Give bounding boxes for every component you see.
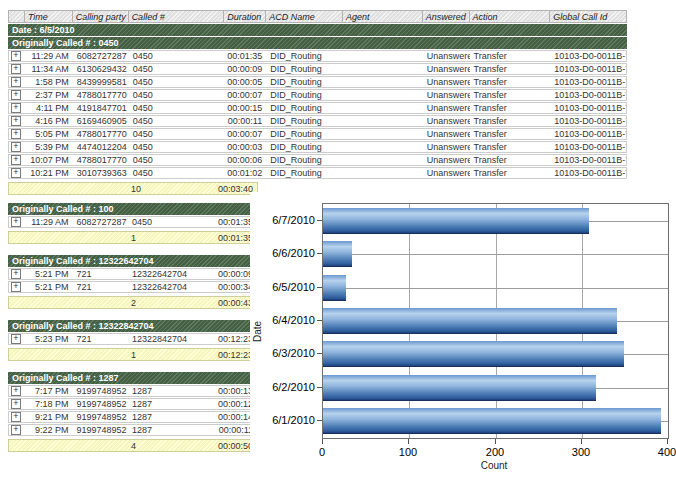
cell-duration: 00:00:07: [224, 129, 266, 139]
expand-row-button[interactable]: +: [11, 129, 21, 139]
cell-answered: Unanswered: [423, 103, 470, 113]
group-row: +5:21 PM7211232264270400:00:34: [8, 281, 258, 293]
expand-cell: +: [9, 425, 25, 435]
cell-agent: [343, 51, 423, 61]
cell-acd: DID_Routing: [266, 129, 343, 139]
cell-action: Transfer: [470, 77, 551, 87]
cell-answered: Unanswered: [423, 155, 470, 165]
cell-answered: Unanswered: [423, 51, 470, 61]
cell-calling: 6082727287: [73, 217, 129, 227]
cell-called: 0450: [129, 142, 225, 152]
expand-row-button[interactable]: +: [11, 399, 21, 409]
cell-action: Transfer: [470, 155, 551, 165]
group-header: Originally Called # : 12322842704: [8, 320, 258, 332]
cell-time: 7:17 PM: [25, 386, 73, 396]
cell-duration: 00:00:07: [224, 90, 266, 100]
cell-called: 1287: [128, 386, 215, 396]
group-band-0450: Originally Called # : 0450: [8, 37, 627, 49]
cell-time: 2:37 PM: [25, 90, 73, 100]
expand-cell: +: [9, 64, 25, 74]
group-summary-count: 2: [131, 297, 136, 310]
expand-row-button[interactable]: +: [11, 103, 21, 113]
gridline-horizontal: [323, 288, 668, 289]
group-summary: 100:01:35: [8, 231, 258, 244]
group-summary: 400:00:50: [8, 439, 258, 452]
cell-action: Transfer: [470, 116, 551, 126]
cell-time: 9:21 PM: [25, 412, 73, 422]
group-section: Originally Called # : 12322642704+5:21 P…: [8, 255, 258, 309]
cell-called: 0450: [129, 155, 225, 165]
cell-calling: 9199748952: [73, 412, 129, 422]
group-section: Originally Called # : 1287+7:17 PM919974…: [8, 372, 258, 452]
expand-row-button[interactable]: +: [11, 412, 21, 422]
cell-agent: [343, 116, 423, 126]
group-row: +5:23 PM7211232284270400:12:23: [8, 333, 258, 345]
cell-agent: [343, 77, 423, 87]
expand-cell: +: [9, 129, 25, 139]
summary-duration: 00:03:40: [218, 183, 253, 196]
y-tick-label: 6/1/2010: [253, 414, 315, 426]
cell-time: 5:21 PM: [25, 282, 73, 292]
y-tick: [317, 253, 322, 254]
table-row: +1:58 PM8439999581045000:00:05DID_Routin…: [8, 76, 627, 88]
expand-row-button[interactable]: +: [11, 425, 21, 435]
cell-duration: 00:00:15: [224, 103, 266, 113]
cell-calling: 9199748952: [73, 399, 129, 409]
bar: [323, 308, 617, 334]
cell-answered: Unanswered: [423, 77, 470, 87]
cell-global_id: 10103-D0-0011B-774: [550, 129, 626, 139]
x-axis-title: Count: [481, 460, 508, 471]
expand-row-button[interactable]: +: [11, 168, 21, 178]
x-tick-label: 200: [486, 446, 504, 458]
x-tick-label: 400: [658, 446, 676, 458]
expand-row-button[interactable]: +: [11, 217, 21, 227]
cell-action: Transfer: [470, 168, 551, 178]
cell-calling: 4788017770: [73, 155, 129, 165]
group-header: Originally Called # : 100: [8, 203, 258, 215]
cell-time: 5:05 PM: [25, 129, 73, 139]
expand-row-button[interactable]: +: [11, 386, 21, 396]
y-tick-label: 6/4/2010: [253, 314, 315, 326]
expand-row-button[interactable]: +: [11, 142, 21, 152]
expand-row-button[interactable]: +: [11, 269, 21, 279]
table-row: +4:11 PM4191847701045000:00:15DID_Routin…: [8, 102, 627, 114]
x-tick: [667, 439, 668, 444]
expand-cell: +: [9, 51, 25, 61]
cell-time: 4:16 PM: [25, 116, 73, 126]
x-tick-label: 0: [319, 446, 325, 458]
cell-called: 0450: [129, 51, 225, 61]
expand-row-button[interactable]: +: [11, 64, 21, 74]
expand-row-button[interactable]: +: [11, 90, 21, 100]
expand-row-button[interactable]: +: [11, 77, 21, 87]
table-row: +10:21 PM3010739363045000:01:02DID_Routi…: [8, 167, 627, 179]
expand-cell: +: [9, 77, 25, 87]
bar: [323, 208, 589, 234]
cell-acd: DID_Routing: [266, 103, 343, 113]
expand-row-button[interactable]: +: [11, 116, 21, 126]
expand-row-button[interactable]: +: [11, 51, 21, 61]
x-tick-label: 100: [399, 446, 417, 458]
expand-row-button[interactable]: +: [11, 334, 21, 344]
cell-calling: 9199748952: [73, 425, 129, 435]
header-cell-duration: Duration: [224, 11, 266, 22]
cell-acd: DID_Routing: [266, 77, 343, 87]
cell-calling: 9199748952: [73, 386, 129, 396]
table-row: +10:07 PM4788017770045000:00:06DID_Routi…: [8, 154, 627, 166]
cell-acd: DID_Routing: [266, 168, 343, 178]
expand-row-button[interactable]: +: [11, 155, 21, 165]
cell-agent: [343, 142, 423, 152]
table-row: +4:16 PM6169460905045000:00:11DID_Routin…: [8, 115, 627, 127]
expand-cell: +: [9, 334, 25, 344]
group-summary-duration: 00:00:43: [218, 297, 253, 310]
header-cell-time: Time: [25, 11, 73, 22]
cell-action: Transfer: [470, 64, 551, 74]
cell-global_id: 10103-D0-0011B-772: [550, 103, 626, 113]
table-row: +5:05 PM4788017770045000:00:07DID_Routin…: [8, 128, 627, 140]
calls-per-day-chart: Date 01002003004006/7/20106/6/20106/5/20…: [250, 192, 676, 485]
expand-row-button[interactable]: +: [11, 282, 21, 292]
cell-calling: 6130629432: [73, 64, 129, 74]
cell-time: 11:34 AM: [25, 64, 73, 74]
y-tick-label: 6/2/2010: [253, 381, 315, 393]
cell-called: 0450: [129, 103, 225, 113]
y-tick: [317, 220, 322, 221]
